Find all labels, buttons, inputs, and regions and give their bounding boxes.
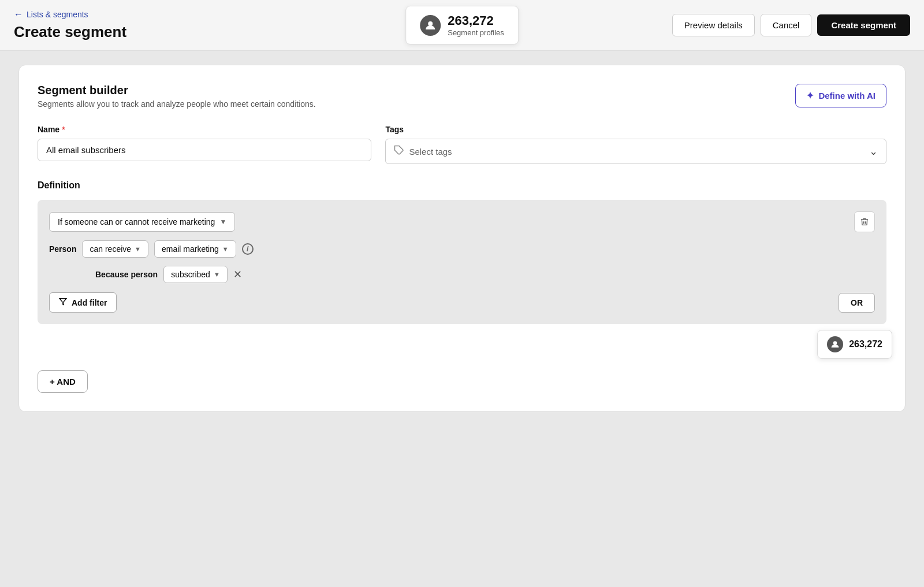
- required-indicator: *: [62, 125, 65, 134]
- builder-title-group: Segment builder Segments allow you to tr…: [38, 84, 316, 109]
- page-title: Create segment: [14, 23, 126, 41]
- tags-label: Tags: [385, 125, 886, 134]
- ai-sparkle-icon: ✦: [806, 90, 814, 101]
- tags-placeholder-text: Select tags: [409, 147, 452, 157]
- define-with-ai-button[interactable]: ✦ Define with AI: [795, 84, 886, 107]
- can-receive-label: can receive: [90, 244, 131, 254]
- profile-icon: [420, 15, 441, 36]
- and-row: + AND: [38, 370, 886, 393]
- definition-section: Definition If someone can or cannot rece…: [38, 180, 886, 393]
- top-bar-left: ← Lists & segments Create segment: [14, 9, 126, 41]
- subscribed-select[interactable]: subscribed ▼: [163, 266, 228, 283]
- add-filter-button[interactable]: Add filter: [49, 292, 117, 313]
- tags-select[interactable]: Select tags ⌄: [385, 139, 886, 164]
- or-count-value: 263,272: [849, 339, 882, 350]
- remove-because-button[interactable]: ✕: [233, 269, 242, 280]
- can-receive-select[interactable]: can receive ▼: [82, 240, 148, 258]
- svg-point-0: [428, 21, 433, 26]
- top-bar: ← Lists & segments Create segment 263,27…: [0, 0, 924, 51]
- main-content: Segment builder Segments allow you to tr…: [0, 51, 924, 426]
- or-count-bubble: 263,272: [817, 330, 892, 359]
- badge-count: 263,272: [448, 13, 504, 28]
- add-filter-label: Add filter: [72, 298, 107, 307]
- tags-group: Tags Select tags ⌄: [385, 125, 886, 164]
- cancel-button[interactable]: Cancel: [761, 14, 812, 36]
- form-row: Name * Tags Select tags: [38, 125, 886, 164]
- info-icon[interactable]: i: [242, 243, 254, 255]
- condition-block: If someone can or cannot receive marketi…: [38, 200, 886, 324]
- and-button[interactable]: + AND: [38, 370, 88, 393]
- builder-subtitle: Segments allow you to track and analyze …: [38, 99, 316, 109]
- email-marketing-label: email marketing: [162, 244, 219, 254]
- builder-header: Segment builder Segments allow you to tr…: [38, 84, 886, 109]
- action-row: Add filter OR: [49, 292, 875, 313]
- delete-condition-button[interactable]: [854, 211, 875, 232]
- person-label: Person: [49, 244, 76, 254]
- because-row: Because person subscribed ▼ ✕: [95, 266, 875, 283]
- tag-icon: [394, 145, 404, 158]
- builder-title: Segment builder: [38, 84, 316, 97]
- svg-point-3: [833, 341, 837, 344]
- condition-type-dropdown[interactable]: If someone can or cannot receive marketi…: [49, 212, 235, 232]
- subscribed-arrow-icon: ▼: [214, 271, 220, 278]
- email-marketing-arrow-icon: ▼: [222, 246, 229, 252]
- subscribed-label: subscribed: [171, 270, 210, 279]
- can-receive-arrow-icon: ▼: [135, 246, 141, 252]
- badge-info: 263,272 Segment profiles: [448, 13, 504, 37]
- chevron-down-icon: ⌄: [869, 145, 878, 158]
- create-segment-button[interactable]: Create segment: [817, 14, 910, 36]
- person-row: Person can receive ▼ email marketing ▼ i: [49, 240, 875, 258]
- condition-dropdown-label: If someone can or cannot receive marketi…: [58, 217, 215, 226]
- define-ai-label: Define with AI: [818, 91, 875, 101]
- back-link-text: Lists & segments: [27, 10, 88, 19]
- email-marketing-select[interactable]: email marketing ▼: [154, 240, 236, 258]
- condition-row-1: If someone can or cannot receive marketi…: [49, 211, 875, 232]
- back-arrow-icon: ←: [14, 9, 23, 20]
- or-button[interactable]: OR: [839, 293, 875, 313]
- filter-icon: [59, 298, 67, 307]
- badge-label: Segment profiles: [448, 28, 504, 37]
- builder-card: Segment builder Segments allow you to tr…: [18, 65, 906, 412]
- definition-label: Definition: [38, 180, 886, 191]
- name-input[interactable]: [38, 139, 371, 161]
- segment-profiles-badge: 263,272 Segment profiles: [405, 6, 519, 44]
- top-bar-actions: Preview details Cancel Create segment: [672, 14, 910, 36]
- back-link[interactable]: ← Lists & segments: [14, 9, 126, 20]
- or-profile-icon: [827, 336, 843, 352]
- because-label: Because person: [95, 270, 158, 279]
- dropdown-arrow-icon: ▼: [219, 218, 226, 226]
- svg-marker-2: [59, 299, 66, 305]
- name-group: Name *: [38, 125, 371, 164]
- preview-details-button[interactable]: Preview details: [672, 14, 755, 36]
- name-label: Name *: [38, 125, 371, 134]
